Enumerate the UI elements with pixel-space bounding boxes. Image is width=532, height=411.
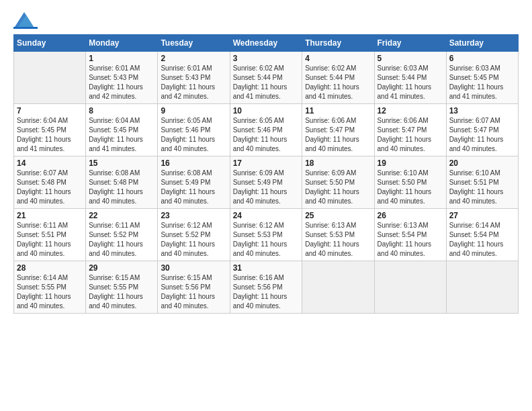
day-number: 16	[161, 158, 226, 168]
calendar-cell: 31Sunrise: 6:16 AMSunset: 5:56 PMDayligh…	[230, 261, 302, 314]
calendar-cell: 11Sunrise: 6:06 AMSunset: 5:47 PMDayligh…	[302, 104, 374, 156]
day-info: Sunrise: 6:05 AMSunset: 5:46 PMDaylight:…	[161, 116, 226, 154]
day-number: 26	[378, 211, 443, 220]
day-number: 2	[161, 54, 226, 63]
calendar-cell	[446, 261, 518, 314]
calendar-cell: 14Sunrise: 6:07 AMSunset: 5:48 PMDayligh…	[14, 156, 86, 209]
calendar-cell: 3Sunrise: 6:02 AMSunset: 5:44 PMDaylight…	[230, 52, 302, 104]
day-number: 21	[17, 211, 83, 220]
calendar-cell	[302, 261, 374, 314]
day-info: Sunrise: 6:04 AMSunset: 5:45 PMDaylight:…	[17, 116, 83, 154]
day-info: Sunrise: 6:08 AMSunset: 5:49 PMDaylight:…	[161, 169, 226, 206]
day-number: 30	[161, 263, 226, 273]
day-info: Sunrise: 6:02 AMSunset: 5:44 PMDaylight:…	[305, 64, 371, 101]
day-info: Sunrise: 6:02 AMSunset: 5:44 PMDaylight:…	[233, 64, 300, 101]
calendar-cell: 5Sunrise: 6:03 AMSunset: 5:44 PMDaylight…	[374, 52, 446, 104]
calendar-cell: 1Sunrise: 6:01 AMSunset: 5:43 PMDaylight…	[86, 52, 158, 104]
day-number: 10	[233, 106, 300, 116]
calendar-cell: 26Sunrise: 6:13 AMSunset: 5:54 PMDayligh…	[374, 209, 446, 261]
calendar-cell: 29Sunrise: 6:15 AMSunset: 5:55 PMDayligh…	[86, 261, 158, 314]
day-info: Sunrise: 6:06 AMSunset: 5:47 PMDaylight:…	[305, 116, 371, 154]
day-info: Sunrise: 6:01 AMSunset: 5:43 PMDaylight:…	[161, 64, 226, 101]
calendar-cell: 18Sunrise: 6:09 AMSunset: 5:50 PMDayligh…	[302, 156, 374, 209]
day-number: 1	[89, 54, 154, 63]
day-info: Sunrise: 6:13 AMSunset: 5:53 PMDaylight:…	[305, 221, 371, 259]
calendar-cell: 24Sunrise: 6:12 AMSunset: 5:53 PMDayligh…	[230, 209, 302, 261]
day-info: Sunrise: 6:09 AMSunset: 5:50 PMDaylight:…	[305, 169, 371, 206]
calendar-cell: 20Sunrise: 6:10 AMSunset: 5:51 PMDayligh…	[446, 156, 518, 209]
calendar-cell: 28Sunrise: 6:14 AMSunset: 5:55 PMDayligh…	[14, 261, 86, 314]
day-number: 7	[17, 106, 83, 116]
calendar-cell: 17Sunrise: 6:09 AMSunset: 5:49 PMDayligh…	[230, 156, 302, 209]
day-number: 28	[17, 263, 83, 273]
day-number: 11	[305, 106, 371, 116]
day-info: Sunrise: 6:06 AMSunset: 5:47 PMDaylight:…	[378, 116, 443, 154]
day-number: 20	[449, 158, 515, 168]
day-info: Sunrise: 6:05 AMSunset: 5:46 PMDaylight:…	[233, 116, 300, 154]
calendar-cell: 15Sunrise: 6:08 AMSunset: 5:48 PMDayligh…	[86, 156, 158, 209]
day-header-wednesday: Wednesday	[230, 35, 302, 52]
day-number: 27	[449, 211, 515, 220]
day-number: 8	[89, 106, 154, 116]
day-info: Sunrise: 6:09 AMSunset: 5:49 PMDaylight:…	[233, 169, 300, 206]
calendar-cell: 8Sunrise: 6:04 AMSunset: 5:45 PMDaylight…	[86, 104, 158, 156]
calendar-cell: 7Sunrise: 6:04 AMSunset: 5:45 PMDaylight…	[14, 104, 86, 156]
day-info: Sunrise: 6:10 AMSunset: 5:51 PMDaylight:…	[449, 169, 515, 206]
day-info: Sunrise: 6:01 AMSunset: 5:43 PMDaylight:…	[89, 64, 154, 101]
day-number: 19	[378, 158, 443, 168]
day-info: Sunrise: 6:15 AMSunset: 5:55 PMDaylight:…	[89, 273, 154, 311]
day-number: 4	[305, 54, 371, 63]
day-info: Sunrise: 6:07 AMSunset: 5:47 PMDaylight:…	[449, 116, 515, 154]
day-number: 5	[378, 54, 443, 63]
calendar-cell: 19Sunrise: 6:10 AMSunset: 5:50 PMDayligh…	[374, 156, 446, 209]
calendar-cell: 4Sunrise: 6:02 AMSunset: 5:44 PMDaylight…	[302, 52, 374, 104]
day-header-thursday: Thursday	[302, 35, 374, 52]
calendar-cell: 30Sunrise: 6:15 AMSunset: 5:56 PMDayligh…	[158, 261, 230, 314]
day-info: Sunrise: 6:11 AMSunset: 5:52 PMDaylight:…	[89, 221, 154, 259]
calendar-cell: 10Sunrise: 6:05 AMSunset: 5:46 PMDayligh…	[230, 104, 302, 156]
day-header-sunday: Sunday	[14, 35, 86, 52]
day-header-monday: Monday	[86, 35, 158, 52]
day-info: Sunrise: 6:03 AMSunset: 5:45 PMDaylight:…	[449, 64, 515, 101]
calendar-cell: 2Sunrise: 6:01 AMSunset: 5:43 PMDaylight…	[158, 52, 230, 104]
calendar-cell: 25Sunrise: 6:13 AMSunset: 5:53 PMDayligh…	[302, 209, 374, 261]
day-info: Sunrise: 6:16 AMSunset: 5:56 PMDaylight:…	[233, 273, 300, 311]
calendar-cell: 27Sunrise: 6:14 AMSunset: 5:54 PMDayligh…	[446, 209, 518, 261]
calendar-cell: 16Sunrise: 6:08 AMSunset: 5:49 PMDayligh…	[158, 156, 230, 209]
day-number: 6	[449, 54, 515, 63]
day-number: 13	[449, 106, 515, 116]
day-header-friday: Friday	[374, 35, 446, 52]
day-info: Sunrise: 6:04 AMSunset: 5:45 PMDaylight:…	[89, 116, 154, 154]
day-info: Sunrise: 6:13 AMSunset: 5:54 PMDaylight:…	[378, 221, 443, 259]
day-info: Sunrise: 6:14 AMSunset: 5:54 PMDaylight:…	[449, 221, 515, 259]
day-number: 9	[161, 106, 226, 116]
calendar-cell: 21Sunrise: 6:11 AMSunset: 5:51 PMDayligh…	[14, 209, 86, 261]
day-info: Sunrise: 6:07 AMSunset: 5:48 PMDaylight:…	[17, 169, 83, 206]
day-number: 18	[305, 158, 371, 168]
day-info: Sunrise: 6:12 AMSunset: 5:53 PMDaylight:…	[233, 221, 300, 259]
day-number: 23	[161, 211, 226, 220]
day-info: Sunrise: 6:03 AMSunset: 5:44 PMDaylight:…	[378, 64, 443, 101]
day-header-tuesday: Tuesday	[158, 35, 230, 52]
day-number: 29	[89, 263, 154, 273]
day-number: 12	[378, 106, 443, 116]
calendar-cell: 23Sunrise: 6:12 AMSunset: 5:52 PMDayligh…	[158, 209, 230, 261]
calendar-cell: 12Sunrise: 6:06 AMSunset: 5:47 PMDayligh…	[374, 104, 446, 156]
calendar-cell: 6Sunrise: 6:03 AMSunset: 5:45 PMDaylight…	[446, 52, 518, 104]
day-info: Sunrise: 6:12 AMSunset: 5:52 PMDaylight:…	[161, 221, 226, 259]
calendar-cell	[374, 261, 446, 314]
calendar-cell: 9Sunrise: 6:05 AMSunset: 5:46 PMDaylight…	[158, 104, 230, 156]
logo-icon	[15, 12, 34, 27]
day-header-saturday: Saturday	[446, 35, 518, 52]
day-number: 22	[89, 211, 154, 220]
day-number: 31	[233, 263, 300, 273]
calendar-cell: 13Sunrise: 6:07 AMSunset: 5:47 PMDayligh…	[446, 104, 518, 156]
calendar-cell	[14, 52, 86, 104]
day-number: 17	[233, 158, 300, 168]
calendar: SundayMondayTuesdayWednesdayThursdayFrid…	[13, 34, 519, 314]
day-info: Sunrise: 6:08 AMSunset: 5:48 PMDaylight:…	[89, 169, 154, 206]
day-number: 14	[17, 158, 83, 168]
day-info: Sunrise: 6:10 AMSunset: 5:50 PMDaylight:…	[378, 169, 443, 206]
day-info: Sunrise: 6:11 AMSunset: 5:51 PMDaylight:…	[17, 221, 83, 259]
calendar-cell: 22Sunrise: 6:11 AMSunset: 5:52 PMDayligh…	[86, 209, 158, 261]
